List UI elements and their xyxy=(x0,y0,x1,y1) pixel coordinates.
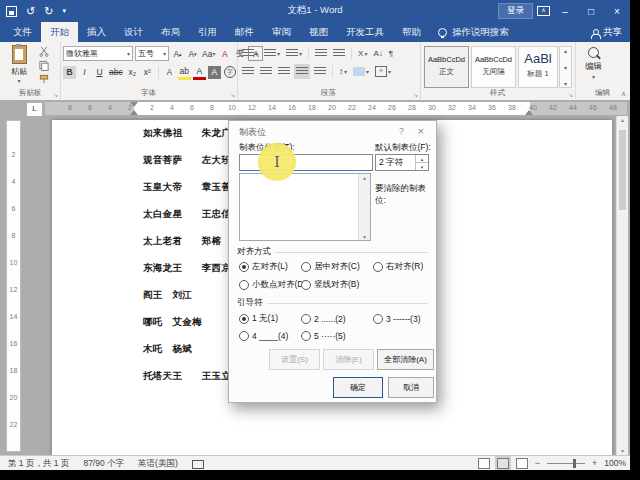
tab-item[interactable]: 开发工具 xyxy=(337,22,393,42)
enclose-characters-button[interactable]: 字 xyxy=(223,66,237,79)
grow-font-button[interactable]: A▴ xyxy=(171,47,184,60)
borders-button[interactable]: +▾ xyxy=(373,64,393,79)
tab-item[interactable]: 视图 xyxy=(300,22,337,42)
radio-option[interactable]: 小数点对齐(D) xyxy=(239,279,301,291)
text-effects-button[interactable]: A xyxy=(163,66,176,79)
tab-item[interactable]: 邮件 xyxy=(226,22,263,42)
tab-stop-selector[interactable]: L xyxy=(26,102,43,117)
show-paragraph-marks-button[interactable]: ¶ xyxy=(387,46,395,61)
tab-position-listbox[interactable]: ▴ ▾ xyxy=(239,173,371,241)
spin-up-icon[interactable]: ▴ xyxy=(416,155,428,163)
zoom-in-button[interactable]: + xyxy=(592,458,597,468)
radio-option[interactable]: 1 无(1) xyxy=(239,313,301,325)
radio-option[interactable]: 4 ____(4) xyxy=(239,331,301,341)
tab-item[interactable]: 布局 xyxy=(152,22,189,42)
style-card[interactable]: AaBbCcDd正文 xyxy=(424,46,469,88)
tab-home-active[interactable]: 开始 xyxy=(41,22,78,42)
tab-item[interactable]: 帮助 xyxy=(393,22,430,42)
scroll-up-icon[interactable]: ▴ xyxy=(621,116,624,123)
numbering-button[interactable]: ▾ xyxy=(262,46,282,61)
align-center-button[interactable] xyxy=(258,64,274,79)
increase-indent-button[interactable] xyxy=(331,46,347,61)
superscript-button[interactable]: x² xyxy=(141,66,154,79)
ribbon-display-options-icon[interactable]: ∧ xyxy=(537,6,550,16)
zoom-slider[interactable] xyxy=(547,463,585,464)
styles-dialog-launcher-icon[interactable]: ↘ xyxy=(568,91,573,98)
help-icon[interactable]: ? xyxy=(399,126,404,136)
listbox-scrollbar[interactable]: ▴ ▾ xyxy=(358,174,370,240)
cancel-button[interactable]: 取消 xyxy=(388,377,434,398)
subscript-button[interactable]: x₂ xyxy=(126,66,139,79)
horizontal-ruler[interactable]: 8642246810121416182022242628303234363840… xyxy=(45,102,627,115)
underline-button[interactable]: U xyxy=(93,66,106,79)
radio-option[interactable]: 左对齐(L) xyxy=(239,261,301,273)
paragraph-dialog-launcher-icon[interactable]: ↘ xyxy=(413,91,418,98)
line-spacing-button[interactable]: ↕▾ xyxy=(337,64,349,79)
tab-item[interactable]: 引用 xyxy=(189,22,226,42)
radio-option[interactable]: 2 ......(2) xyxy=(301,313,373,325)
font-dialog-launcher-icon[interactable]: ↘ xyxy=(230,91,235,98)
shrink-font-button[interactable]: A▾ xyxy=(186,47,199,60)
strikethrough-button[interactable]: abc xyxy=(108,66,124,79)
scroll-down-icon[interactable]: ▾ xyxy=(363,233,366,240)
style-card[interactable]: AaBbCcDd无间隔 xyxy=(471,46,516,88)
tab-file[interactable]: 文件 xyxy=(0,22,41,42)
radio-option[interactable]: 3 ------(3) xyxy=(373,313,429,325)
radio-option[interactable]: 居中对齐(C) xyxy=(301,261,373,273)
clipboard-dialog-launcher-icon[interactable]: ↘ xyxy=(53,91,58,98)
print-layout-icon[interactable] xyxy=(497,458,509,469)
page-info[interactable]: 第 1 页，共 1 页 xyxy=(8,458,69,470)
web-layout-icon[interactable] xyxy=(516,458,528,469)
spin-down-icon[interactable]: ▾ xyxy=(416,163,428,170)
radio-option[interactable]: 右对齐(R) xyxy=(373,261,429,273)
vertical-ruler[interactable]: 246810121416182022 xyxy=(6,120,21,452)
radio-option[interactable]: 5 ·····(5) xyxy=(301,331,373,341)
paste-button[interactable]: 粘贴 ▾ xyxy=(4,45,34,87)
share-button[interactable]: 共享 xyxy=(591,26,622,39)
bold-button[interactable]: B xyxy=(63,66,76,79)
asian-layout-button[interactable]: X▾ xyxy=(356,46,369,61)
bullets-button[interactable]: ▾ xyxy=(240,46,260,61)
tab-item[interactable]: 设计 xyxy=(115,22,152,42)
italic-button[interactable]: I xyxy=(78,66,91,79)
close-button[interactable]: × xyxy=(606,6,628,17)
change-case-button[interactable]: Aa▾ xyxy=(201,47,216,60)
style-card[interactable]: AaBl标题 1 xyxy=(518,46,558,88)
sort-button[interactable]: A↓ xyxy=(371,46,384,61)
read-mode-icon[interactable] xyxy=(478,458,490,469)
font-color-button[interactable]: A xyxy=(193,64,206,80)
tell-me-search[interactable]: 操作说明搜索 xyxy=(430,22,509,42)
clear-formatting-button[interactable]: A xyxy=(218,47,231,60)
scroll-up-icon[interactable]: ▴ xyxy=(363,174,366,181)
copy-icon[interactable] xyxy=(38,60,50,71)
close-icon[interactable]: × xyxy=(418,125,424,137)
clear-button[interactable]: 清除(E) xyxy=(323,349,374,370)
decrease-indent-button[interactable] xyxy=(313,46,329,61)
more-styles-icon[interactable]: ▾ xyxy=(564,80,567,87)
tab-item[interactable]: 插入 xyxy=(78,22,115,42)
collapse-ribbon-icon[interactable]: ∧ xyxy=(621,90,626,98)
vertical-scrollbar[interactable]: ▴ ▾ xyxy=(616,116,628,455)
radio-option[interactable]: 竖线对齐(B) xyxy=(301,279,373,291)
set-button[interactable]: 设置(S) xyxy=(269,349,320,370)
style-gallery-scroll[interactable]: ▴ ▾ ▾ xyxy=(559,46,572,88)
multilevel-list-button[interactable]: ▾ xyxy=(284,46,304,61)
language-status[interactable]: 英语(美国) xyxy=(138,458,178,470)
maximize-button[interactable]: □ xyxy=(580,6,602,17)
zoom-level[interactable]: 100% xyxy=(604,458,626,468)
align-left-button[interactable] xyxy=(240,64,256,79)
tab-item[interactable]: 审阅 xyxy=(263,22,300,42)
word-count[interactable]: 87/90 个字 xyxy=(83,458,124,470)
text-highlight-button[interactable]: ab xyxy=(178,64,191,80)
font-size-combobox[interactable]: 五号▾ xyxy=(135,46,169,61)
scroll-up-icon[interactable]: ▴ xyxy=(564,47,567,54)
align-right-button[interactable] xyxy=(276,64,292,79)
format-painter-icon[interactable] xyxy=(38,74,50,85)
default-tab-spinner[interactable]: 2 字符 ▴ ▾ xyxy=(375,154,429,171)
editing-button[interactable]: 编辑 ▾ xyxy=(585,47,602,80)
scrollbar-thumb[interactable] xyxy=(619,130,626,210)
distribute-button[interactable] xyxy=(312,64,328,79)
character-shading-button[interactable]: A xyxy=(208,66,221,79)
clear-all-button[interactable]: 全部清除(A) xyxy=(377,349,434,370)
justify-button[interactable] xyxy=(294,64,310,79)
